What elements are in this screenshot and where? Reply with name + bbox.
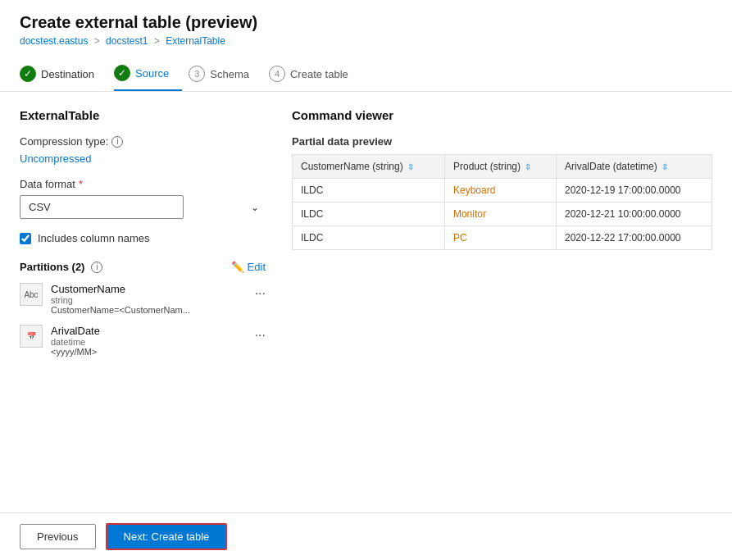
partition-icon-datetime: 📅	[20, 325, 43, 348]
partitions-header: Partitions (2) i ✏️ Edit	[20, 261, 266, 273]
col-header-product[interactable]: Product (string) ⇳	[444, 155, 556, 179]
partition-name-1: CustomerName	[51, 283, 247, 295]
step-schema-label: Schema	[210, 68, 249, 80]
partition-icon-string: Abc	[20, 283, 43, 306]
sort-icon-customer: ⇳	[407, 162, 414, 171]
step-schema[interactable]: 3 Schema	[189, 57, 262, 90]
table-row: ILDC PC 2020-12-22 17:00:00.0000	[293, 226, 712, 250]
col-label-date: ArivalDate (datetime)	[565, 161, 657, 172]
step-create-table[interactable]: 4 Create table	[269, 57, 361, 90]
page-header: Create external table (preview) docstest…	[0, 0, 732, 47]
step-destination-label: Destination	[41, 68, 94, 80]
cell-date-2: 2020-12-21 10:00:00.0000	[557, 203, 712, 226]
col-label-customer: CustomerName (string)	[301, 161, 403, 172]
steps-bar: ✓ Destination ✓ Source 3 Schema 4 Create…	[0, 57, 732, 92]
section-title: ExternalTable	[20, 108, 266, 122]
breadcrumb-table: ExternalTable	[166, 35, 225, 47]
command-viewer-title: Command viewer	[292, 108, 712, 122]
breadcrumb-sep1: >	[94, 35, 100, 47]
preview-table: CustomerName (string) ⇳ Product (string)…	[292, 154, 712, 250]
partitions-info-icon[interactable]: i	[91, 262, 102, 273]
partition-item-1: Abc CustomerName string CustomerName=<Cu…	[20, 283, 266, 315]
sort-icon-date: ⇳	[662, 162, 668, 171]
step-source-circle: ✓	[114, 65, 130, 81]
partition-value-1: CustomerName=<CustomerNam...	[51, 305, 247, 315]
cell-customer-3: ILDC	[293, 226, 445, 250]
table-row: ILDC Monitor 2020-12-21 10:00:00.0000	[293, 203, 712, 226]
partition-menu-2[interactable]: ...	[255, 325, 266, 339]
compression-info-icon[interactable]: i	[111, 136, 123, 148]
cell-customer-2: ILDC	[293, 203, 445, 226]
breadcrumb: docstest.eastus > docstest1 > ExternalTa…	[20, 35, 712, 47]
data-format-wrapper: CSV Parquet JSON ⌄	[20, 195, 266, 219]
partial-preview-title: Partial data preview	[292, 135, 712, 148]
cell-product-2: Monitor	[444, 203, 556, 226]
data-format-label-text: Data format	[20, 178, 75, 190]
page-title: Create external table (preview)	[20, 13, 712, 32]
partition-menu-1[interactable]: ...	[255, 283, 266, 298]
step-create-table-label: Create table	[290, 68, 348, 80]
step-destination[interactable]: ✓ Destination	[20, 57, 107, 90]
step-create-table-circle: 4	[269, 66, 285, 82]
previous-button[interactable]: Previous	[20, 524, 96, 545]
breadcrumb-server: docstest.eastus	[20, 35, 88, 47]
compression-label-text: Compression type:	[20, 135, 108, 148]
cell-product-3: PC	[444, 226, 556, 250]
footer: Previous Next: Create table	[0, 512, 732, 545]
table-row: ILDC Keyboard 2020-12-19 17:00:00.0000	[293, 179, 712, 203]
cell-date-1: 2020-12-19 17:00:00.0000	[557, 179, 712, 203]
partitions-label: Partitions (2)	[20, 261, 84, 273]
cell-customer-1: ILDC	[293, 179, 445, 203]
data-format-select[interactable]: CSV Parquet JSON	[20, 195, 184, 219]
partition-info-2: ArivalDate datetime <yyyy/MM>	[51, 325, 247, 357]
data-format-label: Data format *	[20, 178, 266, 190]
partition-name-2: ArivalDate	[51, 325, 247, 337]
chevron-down-icon: ⌄	[251, 202, 259, 213]
cell-product-1: Keyboard	[444, 179, 556, 203]
partition-type-1: string	[51, 295, 247, 305]
breadcrumb-sep2: >	[154, 35, 160, 47]
required-indicator: *	[79, 178, 83, 190]
edit-label: Edit	[248, 261, 266, 273]
step-source[interactable]: ✓ Source	[114, 57, 182, 91]
col-header-customer[interactable]: CustomerName (string) ⇳	[293, 155, 445, 179]
partition-item-2: 📅 ArivalDate datetime <yyyy/MM> ...	[20, 325, 266, 357]
col-header-date[interactable]: ArivalDate (datetime) ⇳	[557, 155, 712, 179]
next-button[interactable]: Next: Create table	[106, 523, 228, 545]
checkbox-row[interactable]: Includes column names	[20, 232, 266, 244]
left-panel: ExternalTable Compression type: i Uncomp…	[20, 108, 266, 529]
checkbox-label: Includes column names	[38, 232, 150, 244]
main-content: ExternalTable Compression type: i Uncomp…	[0, 92, 732, 545]
edit-button[interactable]: ✏️ Edit	[231, 261, 266, 273]
includes-column-names-checkbox[interactable]	[20, 233, 31, 244]
partition-type-2: datetime	[51, 337, 247, 347]
partition-value-2: <yyyy/MM>	[51, 347, 247, 357]
compression-label: Compression type: i	[20, 135, 266, 148]
step-destination-circle: ✓	[20, 66, 36, 82]
compression-value: Uncompressed	[20, 153, 266, 165]
breadcrumb-db: docstest1	[106, 35, 148, 47]
step-schema-circle: 3	[189, 66, 205, 82]
sort-icon-product: ⇳	[525, 162, 531, 171]
pencil-icon: ✏️	[231, 261, 244, 273]
cell-date-3: 2020-12-22 17:00:00.0000	[557, 226, 712, 250]
step-source-label: Source	[135, 67, 169, 80]
col-label-product: Product (string)	[453, 161, 521, 172]
partition-info-1: CustomerName string CustomerName=<Custom…	[51, 283, 247, 315]
right-panel: Command viewer Partial data preview Cust…	[266, 108, 712, 529]
